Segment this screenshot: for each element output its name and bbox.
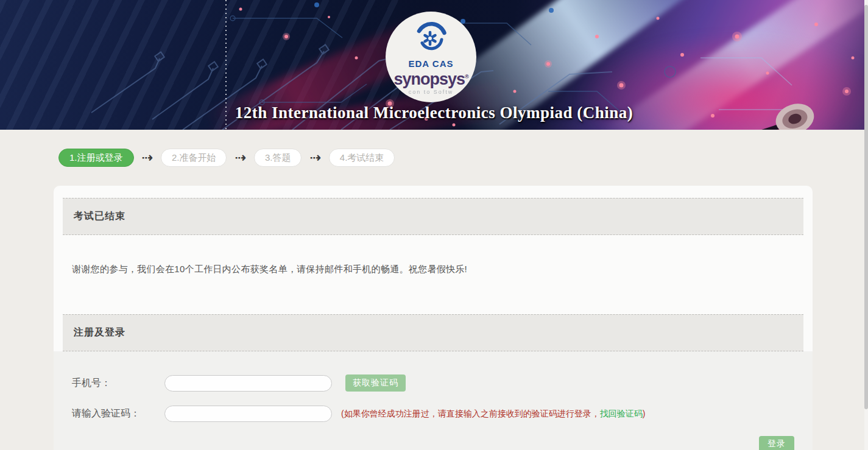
phone-label: 手机号：: [72, 377, 164, 390]
logo-org-text: EDA CAS: [409, 58, 454, 69]
login-button[interactable]: 登录: [759, 436, 794, 450]
dashed-arrow-icon: ⇢: [309, 152, 320, 164]
get-code-button[interactable]: 获取验证码: [345, 374, 406, 392]
registered-mark: ®: [465, 74, 468, 80]
step-indicator: 1.注册或登录 ⇢ 2.准备开始 ⇢ 3.答题 ⇢ 4.考试结束: [58, 149, 868, 167]
hint-text: ): [643, 409, 646, 418]
recover-code-link[interactable]: 找回验证码: [600, 409, 643, 418]
organizer-logo: EDA CAS synopsys® con to Softw: [386, 12, 476, 102]
step-answer: 3.答题: [254, 149, 302, 167]
logo-brand-text: synopsys®: [393, 69, 468, 88]
dashed-arrow-icon: ⇢: [142, 152, 153, 164]
scrollbar-thumb[interactable]: [864, 5, 868, 409]
code-label: 请输入验证码：: [72, 407, 164, 420]
scrollbar-track[interactable]: [864, 0, 868, 450]
hint-text: (如果你曾经成功注册过，请直接输入之前接收到的验证码进行登录，: [341, 409, 600, 418]
phone-row: 手机号： 获取验证码: [72, 374, 794, 392]
exam-ended-header: 考试已结束: [63, 198, 803, 235]
register-login-form: 手机号： 获取验证码 请输入验证码： (如果你曾经成功注册过，请直接输入之前接收…: [54, 351, 813, 450]
dashed-arrow-icon: ⇢: [235, 152, 245, 164]
logo-tagline: con to Softw: [409, 89, 454, 95]
step-exam-end: 4.考试结束: [329, 149, 395, 167]
page-title: 12th International Microelectronics Olym…: [0, 104, 868, 122]
main-card: 考试已结束 谢谢您的参与，我们会在10个工作日内公布获奖名单，请保持邮件和手机的…: [54, 186, 813, 450]
code-hint: (如果你曾经成功注册过，请直接输入之前接收到的验证码进行登录，找回验证码): [341, 409, 645, 420]
phone-input[interactable]: [164, 375, 332, 392]
code-row: 请输入验证码： (如果你曾经成功注册过，请直接输入之前接收到的验证码进行登录，找…: [72, 406, 794, 422]
code-input[interactable]: [164, 406, 332, 422]
banner: EDA CAS synopsys® con to Softw 12th Inte…: [0, 0, 868, 130]
step-register-login: 1.注册或登录: [58, 149, 134, 167]
step-prepare: 2.准备开始: [161, 149, 227, 167]
register-login-header: 注册及登录: [63, 314, 803, 351]
login-row: 登录: [72, 436, 794, 450]
eda-cas-emblem-icon: [414, 19, 449, 57]
exam-ended-message: 谢谢您的参与，我们会在10个工作日内公布获奖名单，请保持邮件和手机的畅通。祝您暑…: [72, 264, 794, 275]
